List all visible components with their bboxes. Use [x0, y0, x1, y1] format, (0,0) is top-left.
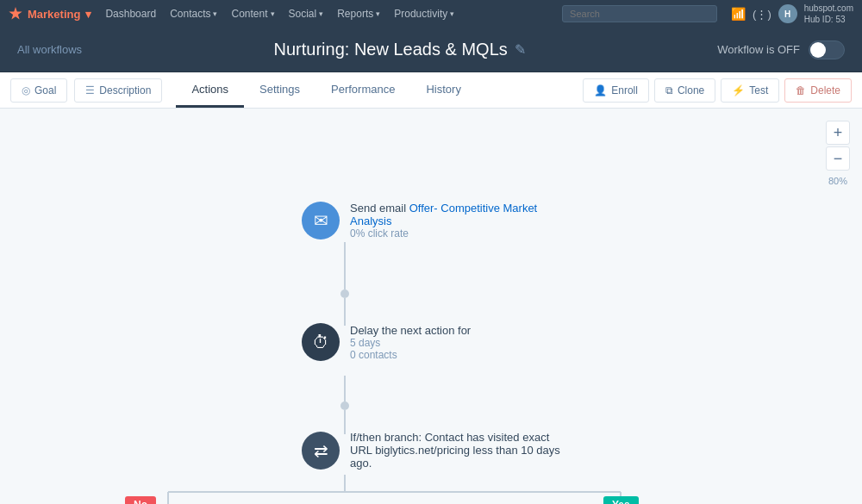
node-branch-1[interactable]: ⇄ If/then branch: Contact has visited ex… [302, 431, 574, 470]
nav-dashboard[interactable]: Dashboard [105, 4, 156, 23]
workflow-canvas: + − 80% ✉ Send email Offer- Competitive … [0, 109, 862, 504]
email-icon: ✉ [302, 202, 340, 240]
node-delay-1[interactable]: ⏱ Delay the next action for 5 days 0 con… [302, 323, 471, 361]
clone-button[interactable]: ⧉ Clone [654, 78, 715, 103]
goal-button[interactable]: ◎ Goal [10, 78, 67, 103]
nav-right-area: 📶 (⋮) H hubspot.comHub ID: 53 [731, 3, 853, 25]
test-button[interactable]: ⚡ Test [721, 78, 779, 103]
hub-info: hubspot.comHub ID: 53 [804, 3, 853, 25]
help-icon: (⋮) [753, 8, 771, 21]
tab-history[interactable]: History [410, 72, 476, 108]
delete-icon: 🗑 [796, 84, 806, 96]
svg-point-1 [340, 289, 349, 298]
description-button[interactable]: ☰ Description [74, 78, 162, 103]
zoom-in-button[interactable]: + [826, 121, 850, 145]
tab-bar: ◎ Goal ☰ Description Actions Settings Pe… [0, 72, 862, 109]
tab-performance[interactable]: Performance [315, 72, 410, 108]
nav-content[interactable]: Content ▾ [231, 4, 274, 23]
zoom-out-button[interactable]: − [826, 146, 850, 171]
nav-reports[interactable]: Reports ▾ [337, 4, 380, 23]
nav-social[interactable]: Social ▾ [289, 4, 324, 23]
sprocket-icon [9, 7, 22, 21]
enroll-icon: 👤 [594, 84, 607, 96]
test-icon: ⚡ [732, 84, 745, 96]
desc-icon: ☰ [85, 84, 95, 96]
branch-yes-label: Yes [603, 496, 639, 504]
top-navigation: Marketing ▾ Dashboard Contacts ▾ Content… [0, 0, 862, 28]
clone-icon: ⧉ [665, 84, 673, 96]
all-workflows-link[interactable]: All workflows [17, 43, 82, 56]
workflow-status-label: Workflow is OFF [717, 43, 800, 56]
zoom-level: 80% [826, 176, 850, 186]
node-text-send-email-1: Send email Offer- Competitive Market Ana… [350, 202, 574, 240]
wifi-icon: 📶 [731, 7, 746, 21]
tab-left-buttons: ◎ Goal ☰ Description [10, 72, 162, 108]
enroll-button[interactable]: 👤 Enroll [583, 78, 649, 103]
branch-no-label: No [125, 496, 156, 504]
branch-icon: ⇄ [302, 432, 340, 470]
workflow-toggle[interactable] [809, 40, 845, 59]
tab-settings[interactable]: Settings [244, 72, 315, 108]
nav-contacts[interactable]: Contacts ▾ [170, 4, 217, 23]
edit-title-icon[interactable]: ✎ [515, 41, 526, 58]
workflow-title: Nurturing: New Leads & MQLs ✎ [82, 40, 717, 59]
clock-icon: ⏱ [302, 323, 340, 361]
user-avatar[interactable]: H [778, 4, 797, 23]
workflow-status-area: Workflow is OFF [717, 40, 845, 59]
tab-actions[interactable]: Actions [176, 72, 244, 108]
node-text-branch-1: If/then branch: Contact has visited exac… [350, 431, 574, 470]
node-text-delay-1: Delay the next action for 5 days 0 conta… [350, 324, 471, 361]
tab-action-buttons: 👤 Enroll ⧉ Clone ⚡ Test 🗑 Delete [583, 72, 852, 108]
svg-point-4 [340, 401, 349, 410]
delete-button[interactable]: 🗑 Delete [784, 78, 852, 103]
goal-icon: ◎ [22, 84, 30, 96]
title-bar: All workflows Nurturing: New Leads & MQL… [0, 28, 862, 72]
node-send-email-1[interactable]: ✉ Send email Offer- Competitive Market A… [302, 202, 574, 240]
brand-label: Marketing [28, 8, 80, 21]
brand-logo[interactable]: Marketing ▾ [9, 7, 91, 21]
search-input[interactable] [562, 5, 717, 22]
nav-productivity[interactable]: Productivity ▾ [394, 4, 454, 23]
zoom-controls: + − 80% [826, 121, 850, 186]
main-tabs: Actions Settings Performance History [176, 72, 583, 108]
